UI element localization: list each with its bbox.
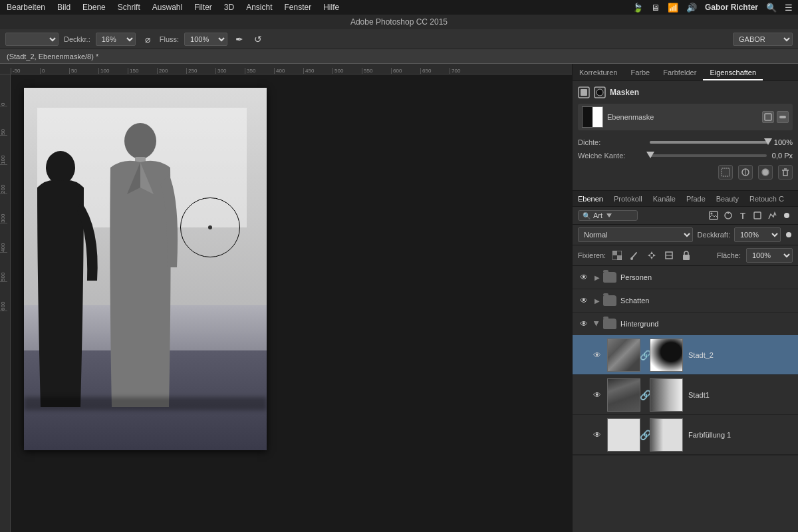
menu-fenster[interactable]: Fenster (283, 3, 313, 12)
fix-move-icon[interactable] (646, 249, 658, 261)
canvas-content: 0 50 100 200 300 400 500 600 (0, 74, 572, 532)
menu-auswahl[interactable]: Auswahl (151, 3, 184, 12)
layer-row-stadt2[interactable]: 👁 🔗 Stadt_2 (573, 335, 798, 375)
menu-schrift[interactable]: Schrift (116, 3, 142, 12)
fluss-select[interactable]: 100% (184, 33, 227, 46)
thumb-farbfullung-mask (650, 418, 683, 452)
menu-hilfe[interactable]: Hilfe (322, 3, 340, 12)
selection-from-mask-btn[interactable] (718, 165, 733, 180)
fix-brush-icon[interactable] (628, 249, 640, 261)
svg-marker-27 (650, 257, 653, 259)
eye-schatten[interactable]: 👁 (578, 295, 590, 307)
layer-name-hintergrund: Hintergrund (620, 320, 793, 328)
tab-pfade[interactable]: Pfade (681, 192, 711, 205)
filter-shape-icon[interactable] (751, 209, 763, 221)
fix-artboard-icon[interactable] (663, 249, 675, 261)
add-mask-btn[interactable] (777, 111, 789, 123)
flaeche-select[interactable]: 100% (746, 248, 793, 263)
thumb-stadt1-mask (650, 378, 683, 412)
tab-eigenschaften[interactable]: Eigenschaften (703, 66, 763, 80)
tab-ebenen[interactable]: Ebenen (573, 192, 608, 205)
layer-row-stadt1[interactable]: 👁 🔗 Stadt1 (573, 375, 798, 415)
profile-select[interactable]: GABOR (733, 33, 793, 46)
arrow-schatten[interactable]: ▶ (593, 296, 602, 305)
brush-preset-select[interactable] (5, 33, 59, 46)
ebenenmaske-label: Ebenenmaske (607, 113, 758, 121)
layer-row-personen[interactable]: 👁 ▶ Personen (573, 266, 798, 289)
dichte-label: Dichte: (578, 138, 644, 146)
ruler-tick: 400 (274, 68, 303, 74)
menu-bild[interactable]: Bild (56, 3, 72, 12)
tab-protokoll[interactable]: Protokoll (608, 192, 648, 205)
menu-bearbeiten[interactable]: Bearbeiten (5, 3, 47, 12)
thumb-stadt2-img (607, 338, 640, 372)
svg-point-1 (124, 123, 156, 159)
brush-angle-icon[interactable]: ↺ (251, 33, 265, 46)
arrow-hintergrund[interactable]: ▶ (593, 319, 602, 329)
dichte-slider-fill (650, 141, 769, 144)
layer-name-stadt1: Stadt1 (688, 391, 793, 399)
filter-image-icon[interactable] (708, 209, 720, 221)
eye-stadt2[interactable]: 👁 (591, 349, 603, 361)
blend-mode-select[interactable]: Normal (578, 227, 693, 242)
fix-lock-icon[interactable] (680, 249, 692, 261)
menu-3d[interactable]: 3D (223, 3, 235, 12)
svg-rect-4 (581, 89, 587, 96)
eigenschaften-panel: Masken Ebenenmaske Dichte: (573, 81, 798, 191)
airbrush-toggle[interactable]: ⌀ (141, 33, 154, 46)
menu-ansicht[interactable]: Ansicht (245, 3, 273, 12)
weiche-kante-slider[interactable] (650, 154, 767, 157)
layer-name-stadt2: Stadt_2 (688, 351, 793, 359)
layer-row-hintergrund[interactable]: 👁 ▶ Hintergrund (573, 313, 798, 335)
eye-farbfullung[interactable]: 👁 (591, 429, 603, 441)
svg-point-6 (597, 89, 603, 96)
canvas-bg[interactable] (11, 74, 572, 532)
layer-row-schatten[interactable]: 👁 ▶ Schatten (573, 289, 798, 312)
menu-bar: Bearbeiten Bild Ebene Schrift Auswahl Fi… (0, 0, 798, 15)
filter-text-icon[interactable]: T (737, 209, 749, 221)
canvas-image (24, 88, 267, 450)
ruler-tick: 550 (362, 68, 391, 74)
refine-mask-btn[interactable] (738, 165, 753, 180)
filter-adjustment-icon[interactable] (722, 209, 734, 221)
pen-pressure-icon[interactable]: ✒ (233, 33, 246, 46)
dichte-slider[interactable] (650, 141, 769, 144)
tab-farbe[interactable]: Farbe (624, 66, 656, 80)
filter-search[interactable]: 🔍 Art (578, 210, 638, 221)
svg-rect-32 (683, 255, 690, 260)
dot-indicator (784, 213, 789, 218)
deckkraft-select[interactable]: 16% (96, 33, 136, 46)
weiche-kante-thumb[interactable] (646, 152, 654, 158)
arrow-personen[interactable]: ▶ (593, 273, 602, 282)
tab-korrekturen[interactable]: Korrekturen (573, 66, 624, 80)
tab-kanaele[interactable]: Kanäle (648, 192, 681, 205)
pixel-mask-btn[interactable] (762, 111, 774, 123)
eye-personen[interactable]: 👁 (578, 271, 590, 283)
eye-stadt1[interactable]: 👁 (591, 389, 603, 401)
fluss-label: Fluss: (160, 35, 179, 43)
opacity-select[interactable]: 100% (734, 227, 781, 242)
eye-hintergrund[interactable]: 👁 (578, 318, 590, 330)
tab-beauty[interactable]: Beauty (711, 192, 744, 205)
menu-filter[interactable]: Filter (193, 3, 213, 12)
svg-marker-28 (648, 254, 650, 257)
fix-checkerboard-icon[interactable] (611, 249, 623, 261)
ruler-tick: 200 (157, 68, 186, 74)
folder-personen (603, 272, 616, 283)
document-tab[interactable]: (Stadt_2, Ebenenmaske/8) * (0, 49, 798, 64)
filter-dot (781, 209, 793, 221)
tab-retouch[interactable]: Retouch C (744, 192, 789, 205)
dichte-slider-thumb[interactable] (764, 138, 772, 145)
filter-row: 🔍 Art T (573, 207, 798, 225)
layer-row-farbfullung[interactable]: 👁 🔗 Farbfüllung 1 (573, 415, 798, 455)
tab-farbfelder[interactable]: Farbfelder (656, 66, 703, 80)
menu-ebene[interactable]: Ebene (81, 3, 107, 12)
layer-name-personen: Personen (620, 273, 793, 281)
main-area: -50 0 50 100 150 200 250 300 350 400 450… (0, 64, 798, 532)
invert-mask-btn[interactable] (758, 165, 773, 180)
delete-mask-btn[interactable] (778, 165, 793, 180)
app-title: Adobe Photoshop CC 2015 (350, 17, 448, 27)
folder-schatten (603, 295, 616, 306)
filter-effects-icon[interactable] (766, 209, 778, 221)
ruler-tick: 700 (450, 68, 479, 74)
